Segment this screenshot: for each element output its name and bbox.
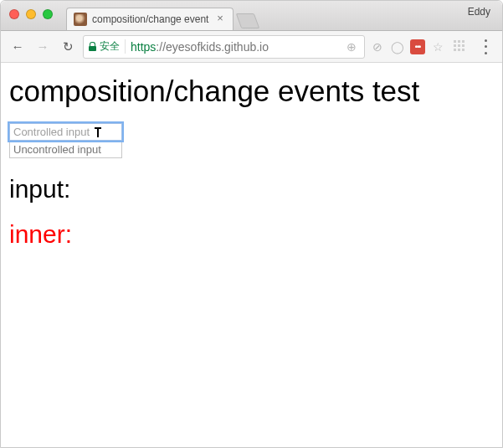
controlled-input[interactable]: Controlled input <box>9 123 122 141</box>
inner-readout: inner: <box>9 220 494 249</box>
menu-button[interactable] <box>475 37 495 57</box>
zoom-icon[interactable]: ⊕ <box>344 40 359 54</box>
text-caret-icon <box>95 127 101 137</box>
url-rest: ://eyesofkids.github.io <box>156 40 269 54</box>
input-readout: input: <box>9 175 494 203</box>
bookmark-star-icon[interactable]: ☆ <box>430 40 445 54</box>
reload-button[interactable]: ↻ <box>58 37 78 57</box>
browser-window: composition/change events te × Eddy ← → … <box>0 0 503 448</box>
input-readout-label: input: <box>9 175 70 203</box>
page-content: composition/change events test Controlle… <box>1 63 502 447</box>
toolbar: ← → ↻ 安全 https://eyesofkids.github.io ⊕ … <box>1 31 502 63</box>
lock-icon <box>89 42 96 51</box>
close-window-button[interactable] <box>9 9 19 19</box>
inner-readout-label: inner: <box>9 220 72 248</box>
profile-name[interactable]: Eddy <box>468 6 490 18</box>
titlebar: composition/change events te × Eddy <box>1 1 502 31</box>
page-title: composition/change events test <box>9 75 494 108</box>
favicon-icon <box>74 13 87 26</box>
inputs-group: Controlled input <box>9 123 122 158</box>
profile-icon[interactable]: ◯ <box>390 40 405 54</box>
omnibox[interactable]: 安全 https://eyesofkids.github.io ⊕ <box>83 35 365 59</box>
window-controls <box>9 9 53 19</box>
url-scheme: https <box>131 40 156 54</box>
extension-badge[interactable]: ••• <box>410 39 425 54</box>
new-tab-button[interactable] <box>236 13 260 28</box>
controlled-placeholder: Controlled input <box>13 126 90 138</box>
uncontrolled-input[interactable] <box>9 141 122 158</box>
tabstrip: composition/change events te × <box>66 1 257 30</box>
secure-badge: 安全 <box>89 39 126 54</box>
noscript-icon[interactable]: ⊘ <box>370 40 385 54</box>
minimize-window-button[interactable] <box>26 9 36 19</box>
url-text: https://eyesofkids.github.io <box>131 40 339 54</box>
secure-label: 安全 <box>100 39 120 54</box>
browser-tab[interactable]: composition/change events te × <box>66 8 234 30</box>
apps-icon[interactable] <box>450 37 470 57</box>
maximize-window-button[interactable] <box>43 9 53 19</box>
forward-button[interactable]: → <box>33 37 53 57</box>
back-button[interactable]: ← <box>8 37 28 57</box>
tab-title: composition/change events te <box>92 13 209 25</box>
close-tab-button[interactable]: × <box>214 13 226 25</box>
